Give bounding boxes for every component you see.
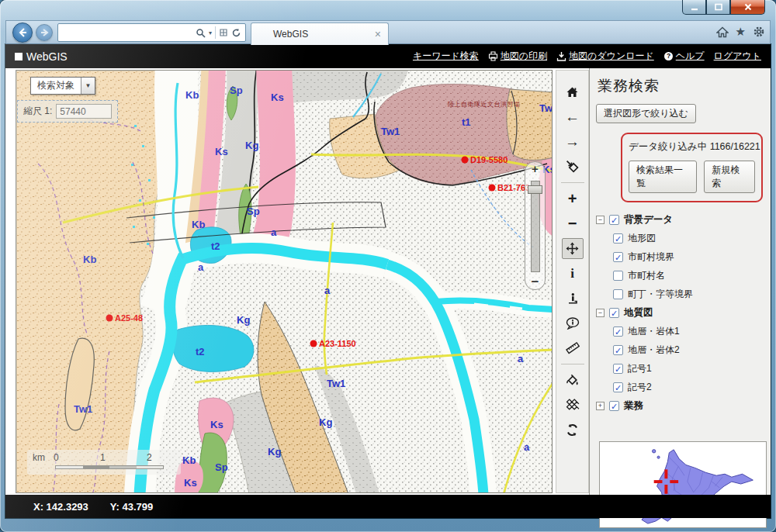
forward-button[interactable] [36,24,53,41]
address-input[interactable] [58,27,196,38]
logo-square-icon [15,53,23,60]
layer-item-町丁・字等境界[interactable]: 町丁・字等境界 [613,285,766,303]
back-button[interactable] [12,22,33,43]
layer-checkbox[interactable] [613,271,623,281]
layer-item-記号1[interactable]: ✓記号1 [613,359,766,378]
maximize-button[interactable] [706,0,730,15]
unit-label-Tw1: Tw1 [539,102,553,114]
forward-arrow-icon [40,28,49,37]
unit-label-t1: t1 [462,116,471,128]
zoom-out-tool-icon[interactable]: − [562,213,584,234]
layer-item-地層・岩体1[interactable]: ✓地層・岩体1 [613,322,766,340]
slider-handle[interactable] [528,185,542,194]
forward-tool-icon[interactable]: → [562,131,584,152]
minimize-icon [690,2,699,12]
divider [215,26,216,39]
layer-item-地層・岩体2[interactable]: ✓地層・岩体2 [613,340,766,359]
search-icon[interactable] [196,28,206,38]
layer-label: 背景データ [624,213,673,226]
refresh-tool-icon[interactable] [562,420,584,440]
search-target-dropdown[interactable]: 検索対象 ▼ [30,77,95,95]
zoom-in-tool-icon[interactable]: + [562,188,584,209]
layer-item-地形図[interactable]: ✓地形図 [613,229,766,247]
collapse-icon[interactable]: − [596,216,605,224]
settings-gear-icon[interactable] [753,26,765,38]
menu-logout[interactable]: ログアウト [714,50,761,63]
layer-checkbox[interactable]: ✓ [613,326,623,337]
result-list-button[interactable]: 検索結果一覧 [629,161,697,193]
slider-zoom-in[interactable]: + [525,162,545,176]
info-bubble-tool-icon[interactable] [562,313,584,333]
hatch-tool-icon[interactable] [562,395,584,416]
geological-map[interactable]: 陸上自衛隊近文台演習場 KbSpKsKsKgSpKbt2aKbTw1t1Tw1a… [16,71,553,493]
unit-label-Kb: Kb [83,254,96,265]
menu-keyword-search[interactable]: キーワード検索 [413,50,479,63]
layer-item-記号2[interactable]: ✓記号2 [613,378,766,396]
search-dropdown-icon[interactable]: ▾ [209,29,212,36]
survey-point-marker[interactable] [462,157,469,164]
info-tool-icon[interactable]: i [562,263,584,284]
layer-item-業務[interactable]: +✓業務 [596,396,766,415]
unit-label-a: a [524,441,530,453]
layer-checkbox[interactable]: ✓ [613,233,623,244]
tab-close-icon[interactable]: × [375,28,388,40]
back-arrow-icon [17,27,28,38]
filter-by-shape-button[interactable]: 選択図形で絞り込む [596,104,696,123]
window-controls [682,0,765,15]
survey-point-marker[interactable] [106,315,113,322]
toolbar-divider [561,182,584,183]
layer-label: 町丁・字等境界 [628,288,693,301]
refresh-icon[interactable] [231,28,241,38]
printer-icon [488,51,498,61]
browser-tab[interactable]: WebGIS × [251,22,389,45]
filter-result-box: データ絞り込み中 1166/16221 検索結果一覧 新規検索 [621,133,763,202]
collapse-icon[interactable]: − [596,309,605,317]
new-search-button[interactable]: 新規検索 [704,161,755,193]
map-canvas[interactable]: 陸上自衛隊近文台演習場 KbSpKsKsKgSpKbt2aKbTw1t1Tw1a… [16,70,553,493]
layer-checkbox[interactable]: ✓ [609,308,619,318]
layer-item-市町村名[interactable]: 市町村名 [613,266,766,285]
scale-control: 縮尺 1: [17,100,118,123]
menu-print-map[interactable]: 地図の印刷 [488,50,547,63]
compat-view-icon[interactable] [219,28,228,37]
unit-label-Kg: Kg [245,140,258,151]
layer-item-背景データ[interactable]: −✓背景データ [596,210,766,229]
zoom-slider[interactable]: + − [525,161,546,290]
unit-label-Kg: Kg [237,314,250,326]
unit-label-Sp: Sp [230,85,243,96]
zoom-selection-tool-icon[interactable] [562,156,584,177]
survey-point-marker[interactable] [310,340,317,347]
identify-tool-icon[interactable] [562,288,584,309]
layer-checkbox[interactable]: ✓ [609,401,619,411]
pan-tool-icon[interactable] [562,238,584,259]
favorites-star-icon[interactable]: ★ [736,25,746,39]
scale-input[interactable] [56,104,112,119]
measure-tool-icon[interactable] [562,337,584,358]
unit-label-a: a [271,226,277,238]
layer-checkbox[interactable]: ✓ [613,382,623,392]
slider-zoom-out[interactable]: − [525,275,545,289]
slider-track[interactable] [531,181,540,272]
home-icon[interactable] [716,26,729,38]
layer-checkbox[interactable]: ✓ [613,345,623,355]
survey-point-marker[interactable] [489,185,496,192]
toolbar-divider [561,364,584,364]
menu-download-map[interactable]: 地図のダウンロード [556,50,654,63]
back-tool-icon[interactable]: ← [562,106,584,127]
layer-item-地質図[interactable]: −✓地質図 [596,303,766,322]
layer-checkbox[interactable]: ✓ [609,215,619,225]
fill-tool-icon[interactable] [562,370,584,391]
webgis-app: WebGIS キーワード検索 地図の印刷 地図のダウンロード ? ヘルプ ログア… [5,44,771,518]
chevron-down-icon[interactable]: ▼ [81,78,95,94]
menu-help[interactable]: ? ヘルプ [663,50,705,63]
filter-status: データ絞り込み中 1166/16221 [629,140,755,154]
layer-checkbox[interactable]: ✓ [613,252,623,262]
layer-checkbox[interactable] [613,289,623,299]
minimize-button[interactable] [682,0,706,15]
layer-checkbox[interactable]: ✓ [613,364,623,374]
close-button[interactable] [730,0,765,15]
layer-item-市町村境界[interactable]: ✓市町村境界 [613,247,766,266]
expand-icon[interactable]: + [596,402,605,410]
address-bar[interactable]: ▾ [57,23,246,42]
home-tool-icon[interactable] [562,81,584,102]
